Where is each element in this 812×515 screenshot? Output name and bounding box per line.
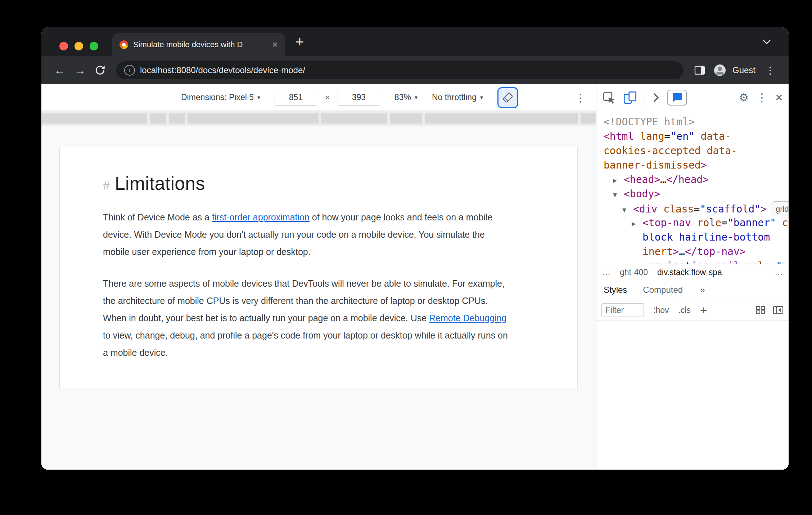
paragraph-text: Think of Device Mode as a: [103, 212, 212, 222]
viewport-column: Dimensions: Pixel 5 ▾ × 83% ▾ No throttl…: [41, 84, 596, 470]
page-viewport[interactable]: # Limitations Think of Device Mode as a …: [41, 111, 596, 470]
breadcrumb-item[interactable]: …: [775, 268, 783, 277]
styles-filter-bar: :hov .cls +: [596, 300, 789, 321]
dom-tree-line[interactable]: banner-dismissed>: [596, 158, 789, 173]
nav-placeholder-block: [169, 113, 185, 124]
device-toolbar-toggle-icon[interactable]: [623, 91, 637, 104]
devtools-close-icon[interactable]: ×: [775, 91, 783, 104]
chevron-right-icon[interactable]: [652, 92, 660, 103]
side-panel-icon[interactable]: [691, 61, 709, 79]
nav-placeholder-block: [425, 113, 578, 124]
settings-gear-icon[interactable]: ⚙: [739, 92, 749, 103]
throttling-value: No throttling: [432, 93, 477, 102]
dimensions-times-label: ×: [325, 93, 330, 102]
reload-icon[interactable]: [91, 61, 109, 79]
tab-favicon-icon: [119, 40, 128, 49]
browser-navbar: ← → i localhost:8080/docs/devtools/devic…: [41, 56, 789, 84]
element-classes-button[interactable]: .cls: [678, 305, 691, 315]
main-content-row: Dimensions: Pixel 5 ▾ × 83% ▾ No throttl…: [41, 84, 789, 470]
paragraph: Think of Device Mode as a first-order ap…: [103, 209, 508, 260]
dom-tree-line[interactable]: ▾<div class="scaffold">grid: [596, 201, 789, 216]
minimize-window-button[interactable]: [75, 42, 83, 50]
zoom-value: 83%: [394, 93, 411, 102]
dom-tree-line[interactable]: ▸<head>…</head>: [596, 173, 789, 187]
elements-dom-tree: <!DOCTYPE html><html lang="en" data-cook…: [596, 111, 789, 264]
close-window-button[interactable]: [59, 42, 68, 50]
dom-tree-line[interactable]: inert>…</top-nav>: [596, 245, 789, 259]
dom-tree-line[interactable]: cookies-accepted data-: [596, 144, 789, 158]
nav-placeholder-block: [150, 113, 166, 124]
heading-anchor-hash[interactable]: #: [103, 179, 110, 193]
new-tab-button[interactable]: +: [296, 34, 304, 50]
nav-placeholder-block: [581, 113, 596, 124]
tab-strip: Simulate mobile devices with D × +: [41, 27, 789, 56]
dom-tree-line[interactable]: ▾<body>: [596, 187, 789, 201]
text-link[interactable]: Remote Debugging: [429, 313, 506, 323]
site-info-icon[interactable]: i: [124, 65, 135, 76]
chevron-down-icon: ▾: [415, 94, 418, 101]
viewport-width-input[interactable]: [275, 90, 317, 106]
grid-icon[interactable]: [755, 305, 766, 315]
console-messages-button[interactable]: [667, 90, 687, 106]
zoom-dropdown[interactable]: 83% ▾: [394, 93, 418, 102]
device-mode-toolbar: Dimensions: Pixel 5 ▾ × 83% ▾ No throttl…: [41, 84, 596, 111]
breadcrumb-item[interactable]: div.stack.flow-spa: [657, 268, 722, 277]
forward-icon[interactable]: →: [71, 61, 89, 79]
tab-search-chevron-icon[interactable]: [761, 39, 772, 45]
address-bar[interactable]: i localhost:8080/docs/devtools/device-mo…: [116, 61, 684, 79]
dom-tree-line[interactable]: block hairline-bottom: [596, 230, 789, 245]
guest-label: Guest: [732, 65, 755, 75]
devtools-panel: ⚙ ⋮ × <!DOCTYPE html><html lang="en" dat…: [596, 84, 789, 470]
tab-title: Simulate mobile devices with D: [133, 40, 267, 49]
collapse-sidebar-icon[interactable]: [773, 305, 784, 315]
dom-tree-line[interactable]: ▸<navigation-rail role="n: [596, 259, 789, 264]
more-tabs-icon[interactable]: »: [700, 285, 705, 295]
tab-styles[interactable]: Styles: [604, 285, 627, 295]
grid-badge[interactable]: grid: [771, 201, 789, 216]
styles-filter-input[interactable]: [601, 303, 644, 317]
text-link[interactable]: first-order approximation: [212, 212, 310, 222]
browser-tab[interactable]: Simulate mobile devices with D ×: [112, 33, 285, 56]
paragraph: There are some aspects of mobile devices…: [103, 275, 508, 361]
device-dimensions-dropdown[interactable]: Dimensions: Pixel 5 ▾: [181, 93, 260, 102]
device-toolbar-kebab-icon[interactable]: ⋮: [575, 91, 586, 104]
nav-placeholder-block: [321, 113, 387, 124]
rotate-viewport-button[interactable]: [497, 87, 518, 108]
maximize-window-button[interactable]: [90, 42, 98, 50]
viewport-height-input[interactable]: [338, 90, 380, 106]
expand-arrow-icon[interactable]: ▸: [613, 173, 624, 187]
sidebar-tabs: Styles Computed »: [596, 280, 789, 300]
styles-pane-body: [596, 321, 789, 470]
tab-close-icon[interactable]: ×: [272, 40, 278, 50]
inspect-element-icon[interactable]: [602, 91, 616, 104]
page-paragraphs: Think of Device Mode as a first-order ap…: [103, 209, 534, 361]
breadcrumb-item[interactable]: ght-400: [620, 268, 648, 277]
nav-placeholder-block: [42, 113, 147, 124]
expand-arrow-icon[interactable]: ▸: [632, 260, 642, 264]
nav-placeholder-block: [188, 113, 319, 124]
browser-menu-kebab-icon[interactable]: ⋮: [761, 61, 779, 79]
devtools-menu-kebab-icon[interactable]: ⋮: [757, 92, 767, 103]
collapse-arrow-icon[interactable]: ▾: [622, 203, 633, 216]
chevron-down-icon: ▾: [257, 94, 260, 101]
expand-arrow-icon[interactable]: ▸: [632, 216, 642, 230]
back-icon[interactable]: ←: [51, 61, 69, 79]
new-style-rule-icon[interactable]: +: [700, 303, 707, 317]
paragraph-text: to view, change, debug, and profile a pa…: [103, 330, 508, 358]
collapse-arrow-icon[interactable]: ▾: [613, 188, 624, 201]
dom-tree-line[interactable]: <!DOCTYPE html>: [596, 115, 789, 129]
page-heading: # Limitations: [103, 173, 534, 194]
toolbar-separator: [645, 91, 645, 104]
dimensions-label: Dimensions: Pixel 5: [181, 93, 254, 102]
url-text: localhost:8080/docs/devtools/device-mode…: [140, 65, 305, 75]
tab-computed[interactable]: Computed: [643, 285, 683, 295]
nav-placeholder-block: [390, 113, 422, 124]
profile-avatar[interactable]: [711, 61, 729, 79]
dom-tree-line[interactable]: <html lang="en" data-: [596, 129, 789, 144]
throttling-dropdown[interactable]: No throttling ▾: [432, 93, 483, 102]
chevron-down-icon: ▾: [480, 94, 483, 101]
page-top-nav-preview: [41, 111, 596, 126]
dom-tree-line[interactable]: ▸<top-nav role="banner" c: [596, 216, 789, 230]
breadcrumb-item[interactable]: …: [602, 268, 610, 277]
toggle-element-state-button[interactable]: :hov: [653, 305, 669, 315]
